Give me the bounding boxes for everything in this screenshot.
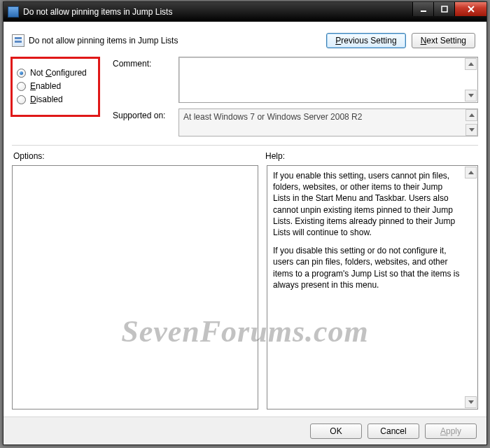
minimize-button[interactable]	[412, 2, 433, 16]
radio-icon	[17, 95, 26, 104]
svg-rect-1	[442, 6, 447, 12]
radio-icon	[17, 69, 26, 78]
dialog-window: Do not allow pinning items in Jump Lists…	[3, 1, 487, 445]
close-button[interactable]	[454, 2, 486, 16]
radio-icon	[17, 82, 26, 91]
radio-label: Disabled	[30, 94, 63, 104]
radio-label: Enabled	[30, 81, 61, 91]
next-setting-button[interactable]: Next Setting	[412, 33, 475, 48]
comment-label: Comment:	[113, 57, 176, 69]
apply-button[interactable]: Apply	[425, 424, 477, 439]
cancel-button[interactable]: Cancel	[368, 424, 419, 439]
options-label: Options:	[12, 151, 264, 161]
setting-title: Do not allow pinning items in Jump Lists	[29, 36, 178, 46]
top-grid: Not Configured Enabled Disabled Comment:…	[12, 57, 478, 136]
options-panel	[12, 165, 258, 410]
scroll-up-icon[interactable]	[465, 167, 477, 178]
radio-enabled[interactable]: Enabled	[17, 81, 94, 91]
radio-not-configured[interactable]: Not Configured	[17, 68, 94, 78]
help-panel: If you enable this setting, users cannot…	[267, 165, 478, 410]
window-controls	[412, 2, 486, 16]
comment-field[interactable]	[178, 57, 478, 103]
setting-icon	[12, 34, 24, 47]
scroll-up-icon[interactable]	[465, 58, 477, 70]
state-radio-group: Not Configured Enabled Disabled	[10, 57, 100, 117]
previous-setting-button[interactable]: Previous Setting	[326, 33, 405, 48]
supported-field: At least Windows 7 or Windows Server 200…	[178, 108, 478, 136]
help-text: If you disable this setting or do not co…	[273, 245, 462, 290]
radio-disabled[interactable]: Disabled	[17, 94, 94, 104]
titlebar: Do not allow pinning items in Jump Lists	[4, 2, 486, 22]
scroll-down-icon[interactable]	[465, 90, 477, 102]
help-text: If you enable this setting, users cannot…	[273, 170, 462, 238]
header-row: Do not allow pinning items in Jump Lists…	[12, 29, 478, 52]
scroll-up-icon[interactable]	[465, 109, 477, 121]
window-title: Do not allow pinning items in Jump Lists	[23, 7, 172, 17]
separator	[12, 145, 478, 146]
svg-rect-0	[421, 10, 426, 12]
scroll-down-icon[interactable]	[465, 396, 477, 408]
help-label: Help:	[264, 151, 478, 161]
footer: OK Cancel Apply	[4, 416, 486, 444]
ok-button[interactable]: OK	[310, 424, 362, 439]
supported-text: At least Windows 7 or Windows Server 200…	[183, 112, 362, 122]
radio-label: Not Configured	[30, 68, 87, 78]
maximize-button[interactable]	[433, 2, 454, 16]
panels: If you enable this setting, users cannot…	[12, 165, 478, 410]
policy-icon	[8, 6, 19, 18]
scroll-down-icon[interactable]	[465, 124, 477, 136]
panel-labels: Options: Help:	[12, 151, 478, 161]
supported-label: Supported on:	[113, 108, 176, 120]
client-area: Do not allow pinning items in Jump Lists…	[4, 22, 486, 416]
